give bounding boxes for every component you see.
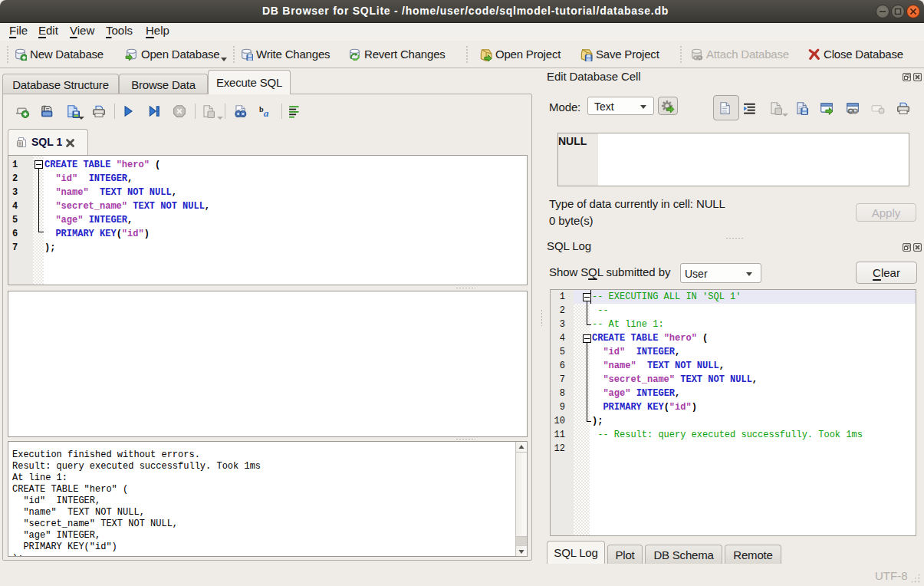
svg-text:a: a [264,107,269,118]
